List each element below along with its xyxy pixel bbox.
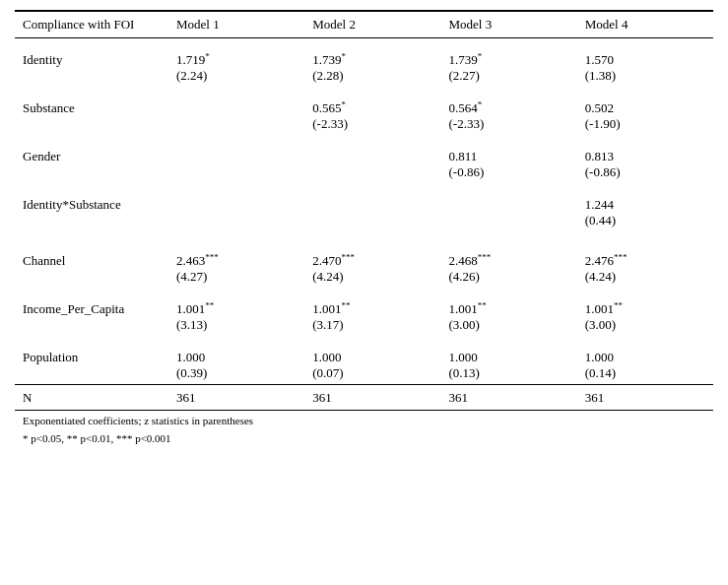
cell-r1-c0 — [168, 93, 304, 135]
cell-r2-c3: 0.813(-0.86) — [577, 141, 713, 183]
stat-value: (0.07) — [312, 365, 432, 381]
cell-r1-c3: 0.502(-1.90) — [577, 93, 713, 135]
cell-r4-c1: 2.470***(4.24) — [304, 245, 440, 288]
stat-value: (0.13) — [448, 365, 568, 381]
cell-r2-c1 — [304, 141, 440, 183]
cell-r5-c1: 1.001**(3.17) — [304, 293, 440, 336]
stat-value: (4.26) — [448, 269, 568, 285]
col-header-model2: Model 2 — [304, 11, 440, 38]
stat-value: (2.27) — [448, 68, 568, 84]
cell-r0-c0: 1.719*(2.24) — [168, 44, 304, 87]
table-row: Identity1.719*(2.24)1.739*(2.28)1.739*(2… — [15, 44, 713, 87]
cell-r0-c2: 1.739*(2.27) — [440, 44, 576, 87]
cell-r4-c3: 2.476***(4.24) — [577, 245, 713, 288]
stat-value: (-1.90) — [585, 116, 705, 132]
cell-r0-c1: 1.739*(2.28) — [304, 44, 440, 87]
col-header-model1: Model 1 — [168, 11, 304, 38]
col-header-model3: Model 3 — [440, 11, 576, 38]
row-label: Population — [15, 342, 168, 385]
cell-r5-c0: 1.001**(3.13) — [168, 293, 304, 336]
stat-value: (-0.86) — [585, 164, 705, 180]
stat-value: (4.24) — [312, 269, 432, 285]
stat-value: (3.13) — [176, 317, 297, 333]
cell-r2-c2: 0.811(-0.86) — [440, 141, 576, 183]
n-val-4: 361 — [577, 385, 713, 410]
cell-r4-c2: 2.468***(4.26) — [440, 245, 576, 288]
stat-value: (3.00) — [585, 317, 705, 333]
table-row: Channel2.463***(4.27)2.470***(4.24)2.468… — [15, 245, 713, 288]
table-row: Gender0.811(-0.86)0.813(-0.86) — [15, 141, 713, 183]
n-val-3: 361 — [440, 385, 576, 410]
cell-r6-c0: 1.000(0.39) — [168, 342, 304, 385]
stat-value: (3.17) — [312, 317, 432, 333]
stat-value: (1.38) — [585, 68, 705, 84]
cell-r6-c3: 1.000(0.14) — [577, 342, 713, 385]
cell-r4-c0: 2.463***(4.27) — [168, 245, 304, 288]
n-val-2: 361 — [304, 385, 440, 410]
row-label: Substance — [15, 93, 168, 135]
cell-r5-c3: 1.001**(3.00) — [577, 293, 713, 336]
cell-r1-c2: 0.564*(-2.33) — [440, 93, 576, 135]
table-row: Substance0.565*(-2.33)0.564*(-2.33)0.502… — [15, 93, 713, 135]
cell-r5-c2: 1.001**(3.00) — [440, 293, 576, 336]
stat-value: (4.24) — [585, 269, 705, 285]
cell-r1-c1: 0.565*(-2.33) — [304, 93, 440, 135]
cell-r3-c3: 1.244(0.44) — [577, 189, 713, 231]
cell-r3-c2 — [440, 189, 576, 231]
row-label: Identity*Substance — [15, 189, 168, 231]
cell-r3-c1 — [304, 189, 440, 231]
cell-r2-c0 — [168, 141, 304, 183]
row-label: Identity — [15, 44, 168, 87]
table-row: Population1.000(0.39)1.000(0.07)1.000(0.… — [15, 342, 713, 385]
stat-value: (0.39) — [176, 365, 297, 381]
stat-value: (0.44) — [585, 213, 705, 228]
footnote-2: * p<0.05, ** p<0.01, *** p<0.001 — [15, 429, 713, 447]
table-row: Identity*Substance1.244(0.44) — [15, 189, 713, 231]
col-header-label: Compliance with FOI — [15, 11, 168, 38]
row-label: Gender — [15, 141, 168, 183]
stat-value: (-0.86) — [448, 164, 568, 180]
stat-value: (4.27) — [176, 269, 297, 285]
cell-r6-c1: 1.000(0.07) — [304, 342, 440, 385]
col-header-model4: Model 4 — [577, 11, 713, 38]
stat-value: (-2.33) — [448, 116, 568, 132]
cell-r3-c0 — [168, 189, 304, 231]
cell-r0-c3: 1.570(1.38) — [577, 44, 713, 87]
stat-value: (2.24) — [176, 68, 297, 84]
footnote-1: Exponentiated coefficients; z statistics… — [15, 410, 713, 429]
table-row: Income_Per_Capita1.001**(3.13)1.001**(3.… — [15, 293, 713, 336]
stat-value: (3.00) — [448, 317, 568, 333]
cell-r6-c2: 1.000(0.13) — [440, 342, 576, 385]
stat-value: (-2.33) — [312, 116, 432, 132]
row-label: Income_Per_Capita — [15, 293, 168, 336]
n-label: N — [15, 385, 168, 410]
stat-value: (2.28) — [312, 68, 432, 84]
row-label: Channel — [15, 245, 168, 288]
stat-value: (0.14) — [585, 365, 705, 381]
n-val-1: 361 — [168, 385, 304, 410]
